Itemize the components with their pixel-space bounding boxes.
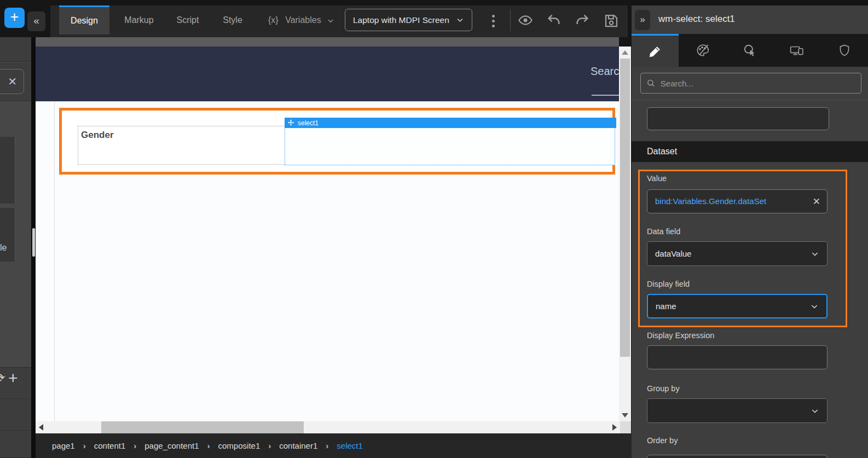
tab-properties[interactable] [632, 34, 679, 67]
close-icon[interactable]: ✕ [0, 69, 24, 94]
unnamed-property-field[interactable] [647, 107, 829, 130]
display-field-value: name [656, 302, 676, 311]
gender-label-widget[interactable]: Gender [78, 126, 286, 165]
panel-top-strip [632, 0, 868, 5]
page-header-search-text: Searc [591, 65, 619, 78]
pencil-icon [649, 45, 662, 58]
data-field-value: dataValue [655, 249, 691, 258]
breadcrumb-content1[interactable]: content1 [94, 441, 126, 450]
breadcrumb-separator: › [83, 441, 86, 450]
canvas-horizontal-scrollbar[interactable] [36, 421, 631, 433]
breadcrumb-page_content1[interactable]: page_content1 [144, 441, 199, 450]
group-by-select[interactable] [647, 398, 828, 423]
sidebar-subheader: ✕ [0, 62, 31, 101]
order-by-field[interactable] [647, 455, 828, 458]
breadcrumb-separator: › [326, 441, 328, 450]
tab-devices[interactable] [773, 34, 820, 67]
group-by-label: Group by [647, 384, 680, 393]
value-label: Value [647, 174, 667, 183]
page-boundary-dotted-line [54, 102, 55, 421]
search-input[interactable] [661, 79, 855, 88]
variables-label: Variables [285, 15, 321, 25]
tab-markup[interactable]: Markup [116, 5, 162, 34]
page-header-search-underline [592, 95, 619, 96]
expand-right-icon[interactable]: » [635, 10, 650, 30]
horizontal-scrollbar-thumb[interactable] [101, 421, 304, 433]
scrollbar-corner [620, 421, 631, 433]
display-field-select[interactable]: name [647, 294, 828, 318]
chevron-down-icon [810, 302, 819, 311]
display-expression-label: Display Expression [647, 331, 714, 340]
refresh-icon[interactable]: ⟳ [0, 371, 5, 385]
add-widget-button[interactable]: + [4, 8, 25, 28]
sidebar-header [0, 37, 31, 62]
tab-style[interactable]: Style [215, 5, 251, 34]
preview-eye-icon[interactable] [517, 13, 534, 28]
search-icon [646, 78, 656, 88]
value-binding-text: bind:Variables.Gender.dataSet [655, 196, 766, 206]
scroll-left-icon[interactable] [39, 424, 43, 431]
order-by-label: Order by [647, 436, 678, 445]
data-field-label: Data field [647, 227, 680, 236]
tab-events[interactable] [726, 34, 773, 67]
scroll-right-icon[interactable] [612, 424, 617, 431]
redo-icon[interactable] [574, 13, 592, 28]
page-content-preview[interactable]: Gender select1 [36, 101, 619, 421]
sidebar-tile[interactable] [0, 137, 15, 204]
undo-icon[interactable] [546, 13, 563, 28]
tab-security[interactable] [821, 34, 868, 67]
devices-icon [789, 43, 805, 57]
properties-header: » wm-select: select1 [632, 5, 868, 34]
left-sidebar: ✕ le ⟳ + [0, 37, 31, 458]
sidebar-tile[interactable] [0, 208, 15, 262]
tab-script[interactable]: Script [169, 5, 207, 34]
shield-icon [838, 43, 851, 57]
scroll-up-icon[interactable] [622, 50, 628, 55]
tab-design[interactable]: Design [59, 5, 109, 34]
save-icon[interactable] [603, 13, 621, 28]
canvas-chrome-bar [36, 37, 619, 47]
wavemaker-studio: + « Design Markup Script Style {x} Varia… [0, 0, 868, 458]
breadcrumb-page1[interactable]: page1 [52, 441, 75, 450]
select1-widget[interactable]: select1 [285, 118, 615, 165]
select1-widget-label: select1 [298, 119, 319, 127]
properties-tabbar [632, 34, 868, 67]
properties-panel: » wm-select: select1 [632, 0, 868, 458]
sidebar-row[interactable] [0, 430, 31, 458]
kebab-menu-icon[interactable] [488, 12, 498, 30]
properties-search[interactable] [640, 73, 861, 94]
breadcrumb-composite1[interactable]: composite1 [218, 441, 261, 450]
panel-divider [632, 100, 868, 100]
breadcrumb-separator: › [207, 441, 210, 450]
display-expression-field[interactable] [647, 345, 828, 369]
palette-icon [696, 43, 710, 57]
scroll-down-icon[interactable] [622, 413, 628, 418]
breadcrumb-separator: › [268, 441, 271, 450]
vertical-scrollbar-thumb[interactable] [620, 59, 630, 357]
clear-icon[interactable]: ✕ [813, 196, 820, 207]
variables-menu[interactable]: {x} Variables [268, 5, 334, 34]
canvas-vertical-scrollbar[interactable] [619, 47, 631, 421]
dataset-section-header[interactable]: Dataset [632, 141, 868, 162]
device-selector-label: Laptop with MDPI Screen [353, 9, 449, 31]
sidebar-row[interactable] [0, 398, 31, 430]
sidebar-scrollbar-thumb[interactable] [32, 228, 35, 257]
breadcrumb-container1[interactable]: container1 [279, 441, 317, 450]
breadcrumb: page1 › content1 › page_content1 › compo… [36, 433, 632, 458]
toolbar-divider [510, 9, 511, 31]
container1-highlight[interactable]: Gender select1 [59, 108, 615, 175]
chevron-down-icon [811, 250, 819, 258]
value-field[interactable]: bind:Variables.Gender.dataSet ✕ [647, 189, 828, 213]
collapse-left-panel-button[interactable]: « [27, 11, 45, 31]
breadcrumb-select1[interactable]: select1 [337, 441, 363, 450]
plus-icon[interactable]: + [8, 369, 18, 387]
sidebar-bottom-panel: ⟳ + [0, 367, 31, 458]
device-selector[interactable]: Laptop with MDPI Screen [345, 9, 472, 31]
tab-styles[interactable] [679, 34, 726, 67]
page-header-preview[interactable]: Searc [36, 47, 619, 101]
data-field-select[interactable]: dataValue [647, 241, 828, 266]
select1-drag-handle[interactable]: select1 [285, 118, 616, 128]
design-canvas[interactable]: Searc Gender select1 [36, 37, 619, 421]
properties-title: wm-select: select1 [658, 14, 735, 25]
variables-icon: {x} [268, 15, 279, 25]
